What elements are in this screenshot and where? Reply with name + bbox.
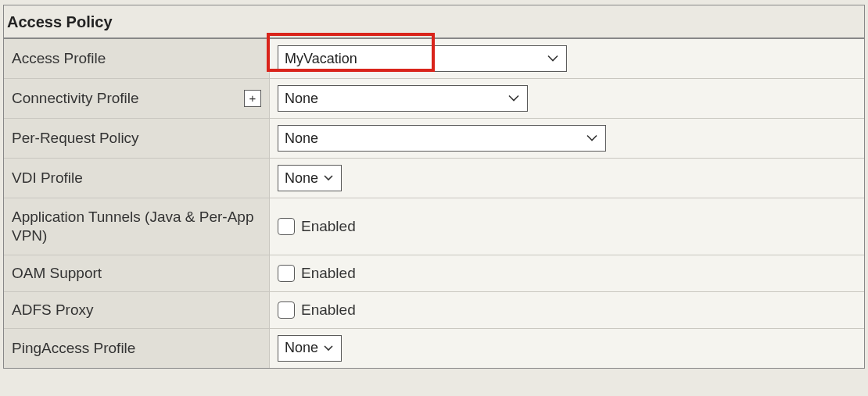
label-text: PingAccess Profile [12, 340, 135, 357]
select-value: None [285, 170, 318, 187]
chevron-down-icon [547, 55, 558, 62]
label-connectivity-profile: Connectivity Profile + [4, 79, 270, 118]
label-text: Access Profile [12, 50, 106, 67]
label-adfs-proxy: ADFS Proxy [4, 292, 270, 328]
select-value: None [285, 340, 318, 356]
chevron-down-icon [324, 345, 333, 351]
value-cell-app-tunnels: Enabled [270, 198, 864, 255]
label-text: ADFS Proxy [12, 301, 94, 319]
plus-icon: + [249, 91, 256, 105]
label-text: Per-Request Policy [12, 130, 139, 147]
select-value: MyVacation [285, 51, 357, 67]
pingaccess-profile-select[interactable]: None [278, 335, 342, 362]
panel-title: Access Policy [4, 5, 864, 39]
vdi-profile-select[interactable]: None [278, 165, 342, 191]
value-cell-adfs-proxy: Enabled [270, 292, 864, 328]
access-policy-panel: Access Policy Access Profile MyVacation … [3, 5, 865, 369]
label-text: VDI Profile [12, 169, 83, 187]
app-tunnels-checkbox[interactable] [278, 218, 295, 235]
checkbox-label: Enabled [301, 218, 356, 235]
row-connectivity-profile: Connectivity Profile + None [4, 79, 864, 119]
row-access-profile: Access Profile MyVacation [4, 39, 864, 79]
value-cell-access-profile: MyVacation [270, 39, 864, 78]
add-connectivity-profile-button[interactable]: + [244, 90, 261, 107]
chevron-down-icon [508, 95, 519, 102]
row-app-tunnels: Application Tunnels (Java & Per-App VPN)… [4, 198, 864, 255]
value-cell-vdi-profile: None [270, 159, 864, 198]
value-cell-oam-support: Enabled [270, 255, 864, 291]
select-value: None [285, 91, 318, 107]
value-cell-pingaccess-profile: None [270, 329, 864, 368]
row-oam-support: OAM Support Enabled [4, 255, 864, 292]
select-value: None [285, 130, 318, 147]
label-text: Connectivity Profile [12, 90, 139, 107]
checkbox-label: Enabled [301, 265, 356, 282]
chevron-down-icon [324, 175, 333, 181]
value-cell-per-request-policy: None [270, 119, 864, 158]
row-vdi-profile: VDI Profile None [4, 159, 864, 198]
per-request-policy-select[interactable]: None [278, 125, 606, 152]
row-pingaccess-profile: PingAccess Profile None [4, 329, 864, 368]
row-per-request-policy: Per-Request Policy None [4, 119, 864, 159]
chevron-down-icon [586, 135, 597, 142]
label-access-profile: Access Profile [4, 39, 270, 78]
checkbox-label: Enabled [301, 301, 356, 319]
label-per-request-policy: Per-Request Policy [4, 119, 270, 158]
label-app-tunnels: Application Tunnels (Java & Per-App VPN) [4, 198, 270, 255]
label-vdi-profile: VDI Profile [4, 159, 270, 198]
oam-support-checkbox[interactable] [278, 265, 295, 282]
label-pingaccess-profile: PingAccess Profile [4, 329, 270, 368]
label-oam-support: OAM Support [4, 255, 270, 291]
label-text: OAM Support [12, 265, 102, 282]
label-text: Application Tunnels (Java & Per-App VPN) [12, 208, 261, 245]
connectivity-profile-select[interactable]: None [278, 85, 528, 112]
value-cell-connectivity-profile: None [270, 79, 864, 118]
adfs-proxy-checkbox[interactable] [278, 301, 295, 319]
access-profile-select[interactable]: MyVacation [278, 45, 567, 72]
row-adfs-proxy: ADFS Proxy Enabled [4, 292, 864, 329]
